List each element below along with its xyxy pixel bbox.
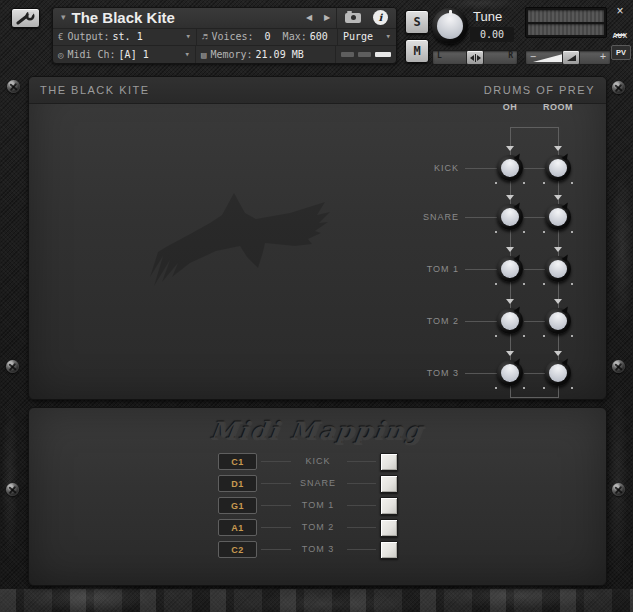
arrow-down-icon: [506, 146, 514, 151]
connector-line: [261, 549, 291, 550]
signal-line: [465, 321, 498, 322]
signal-line: [465, 269, 498, 270]
midi-ch-value: [A] 1: [119, 49, 149, 60]
arrow-down-icon: [554, 146, 562, 151]
volume-handle[interactable]: [562, 50, 580, 65]
midi-trigger-tom1[interactable]: [380, 497, 398, 515]
midi-channel-selector[interactable]: ◎ Midi Ch: [A] 1 ▾: [53, 46, 195, 63]
memory-icon: ▤: [201, 50, 206, 60]
midi-row-label: TOM 3: [291, 544, 345, 554]
volume-slider[interactable]: − +: [525, 50, 611, 65]
arrow-down-icon: [554, 247, 562, 252]
connector-line: [261, 505, 291, 506]
mixer-row-label: TOM 3: [399, 368, 459, 378]
connector-line: [261, 527, 291, 528]
connector-line: [347, 483, 376, 484]
knob-snare-room[interactable]: [545, 204, 571, 230]
prev-instrument-button[interactable]: ◀: [300, 13, 318, 22]
chevron-down-icon: ▾: [186, 32, 191, 41]
arrow-down-icon: [506, 195, 514, 200]
chevron-down-icon: ▾: [185, 50, 190, 59]
solo-button[interactable]: S: [405, 10, 429, 34]
volume-handle-icon: [567, 55, 576, 61]
midi-trigger-snare[interactable]: [380, 475, 398, 493]
instrument-header-block: ▾ The Black Kite ◀ ▶ i € Output: st. 1 ▾…: [52, 7, 397, 64]
signal-line: [510, 397, 559, 398]
info-icon[interactable]: i: [373, 10, 388, 25]
max-label: Max:: [283, 31, 307, 42]
panel-subtitle: DRUMS OF PREY: [484, 84, 595, 96]
voices-icon: ♬: [202, 32, 207, 42]
mixer-row-label: KICK: [399, 163, 459, 173]
arrow-down-icon: [554, 351, 562, 356]
black-kite-silhouette: [144, 189, 339, 304]
midi-note-snare[interactable]: D1: [218, 475, 257, 492]
level-meters: [525, 7, 607, 38]
midi-note-tom1[interactable]: G1: [218, 497, 257, 514]
knob-tom3-room[interactable]: [545, 360, 571, 386]
knob-tom1-oh[interactable]: [497, 256, 523, 282]
connector-line: [261, 461, 291, 462]
tune-knob[interactable]: [432, 8, 468, 44]
midi-note-tom2[interactable]: A1: [218, 519, 257, 536]
pan-slider[interactable]: L R: [432, 50, 518, 65]
volume-plus[interactable]: +: [600, 51, 606, 64]
voices-value: 0: [265, 31, 271, 42]
signal-line: [524, 321, 545, 322]
chevron-down-icon: ▾: [386, 32, 391, 41]
connector-line: [347, 461, 376, 462]
main-panel: THE BLACK KITE DRUMS OF PREY OH ROOM KIC…: [28, 76, 607, 400]
arrow-down-icon: [506, 247, 514, 252]
tune-value[interactable]: 0.00: [470, 27, 514, 42]
column-header-room: ROOM: [538, 102, 578, 112]
column-header-oh: OH: [490, 102, 530, 112]
aux-button[interactable]: AUX: [610, 32, 630, 39]
output-icon: €: [58, 32, 63, 42]
screw-icon: [612, 81, 625, 94]
midi-note-tom3[interactable]: C2: [218, 541, 257, 558]
edit-wrench-button[interactable]: [11, 8, 40, 28]
midi-trigger-kick[interactable]: [380, 453, 398, 471]
panel-title: THE BLACK KITE: [40, 84, 150, 96]
wrench-icon: [16, 12, 36, 25]
chevron-down-icon[interactable]: ▾: [61, 13, 66, 22]
kontakt-instrument-window: ▾ The Black Kite ◀ ▶ i € Output: st. 1 ▾…: [0, 0, 633, 612]
output-selector[interactable]: € Output: st. 1 ▾: [53, 29, 196, 46]
connector-line: [261, 483, 291, 484]
knob-snare-oh[interactable]: [497, 204, 523, 230]
signal-line: [524, 269, 545, 270]
midi-trigger-tom3[interactable]: [380, 541, 398, 559]
pv-button[interactable]: PV: [611, 45, 631, 60]
output-label: Output:: [67, 31, 109, 42]
knob-tom1-room[interactable]: [545, 256, 571, 282]
arrow-down-icon: [554, 195, 562, 200]
close-button[interactable]: ×: [610, 4, 630, 18]
midi-icon: ◎: [58, 50, 63, 60]
mute-button[interactable]: M: [405, 39, 429, 63]
signal-line: [524, 373, 545, 374]
signal-line: [465, 217, 498, 218]
purge-label: Purge: [343, 31, 373, 42]
max-value: 600: [310, 31, 328, 42]
purge-menu[interactable]: Purge ▾: [337, 29, 396, 46]
snapshot-camera-icon[interactable]: [345, 13, 361, 23]
knob-kick-room[interactable]: [545, 155, 571, 181]
status-bar: [375, 52, 391, 57]
knob-tom3-oh[interactable]: [497, 360, 523, 386]
midi-note-kick[interactable]: C1: [218, 453, 257, 470]
arrow-down-icon: [554, 299, 562, 304]
midi-row-label: TOM 1: [291, 500, 345, 510]
knob-kick-oh[interactable]: [497, 155, 523, 181]
pan-handle[interactable]: [466, 50, 484, 65]
midi-trigger-tom2[interactable]: [380, 519, 398, 537]
midi-mapping-panel: Midi Mapping C1 KICK D1 SNARE G1 TOM 1 A…: [28, 407, 607, 586]
mixer-row-label: TOM 2: [399, 316, 459, 326]
next-instrument-button[interactable]: ▶: [318, 13, 336, 22]
arrow-down-icon: [506, 299, 514, 304]
knob-tom2-room[interactable]: [545, 308, 571, 334]
signal-line: [524, 168, 545, 169]
signal-line: [465, 373, 498, 374]
screw-icon: [7, 80, 20, 93]
mixer-row-label: SNARE: [399, 212, 459, 222]
knob-tom2-oh[interactable]: [497, 308, 523, 334]
